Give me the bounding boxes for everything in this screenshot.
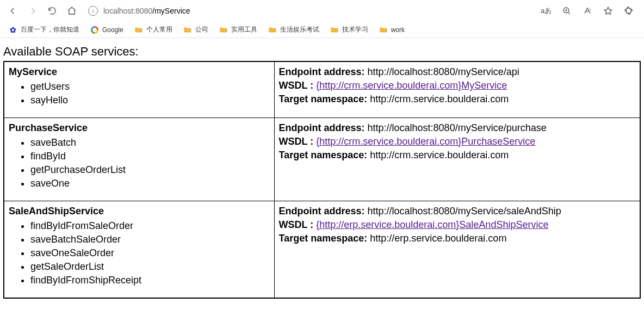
service-name: MyService (9, 66, 57, 77)
extensions-button[interactable] (620, 2, 637, 20)
service-name: PurchaseService (9, 122, 88, 133)
nav-forward-button (24, 2, 41, 20)
nav-refresh-button[interactable] (44, 2, 61, 20)
bookmark-folder-company[interactable]: 公司 (179, 24, 213, 35)
operation-item: sayHello (30, 94, 270, 107)
service-cell: MyServicegetUserssayHello (4, 61, 274, 117)
services-table: MyServicegetUserssayHelloEndpoint addres… (3, 61, 641, 299)
folder-icon (268, 26, 277, 34)
service-info-cell: Endpoint address: http://localhost:8080/… (274, 201, 640, 298)
service-cell: PurchaseServicesaveBatchfindByIdgetPurch… (4, 117, 274, 201)
page-title: Available SOAP services: (3, 45, 641, 59)
operation-item: findByIdFromSaleOrder (30, 219, 270, 233)
folder-icon (134, 26, 143, 34)
url-text: localhost:8080/myService (103, 7, 190, 15)
folder-icon (379, 26, 388, 34)
endpoint-value: http://localhost:8080/myService/api (368, 66, 519, 77)
google-icon (90, 26, 99, 34)
endpoint-line: Endpoint address: http://localhost:8080/… (279, 205, 636, 218)
operation-item: saveOne (30, 177, 270, 190)
folder-icon (183, 26, 192, 34)
baidu-icon: ✿ (9, 26, 17, 34)
bookmark-folder-personal[interactable]: 个人常用 (130, 24, 177, 35)
bookmark-label: 公司 (195, 25, 208, 34)
folder-icon (330, 26, 339, 34)
favorites-button[interactable] (599, 2, 617, 20)
operation-item: findById (30, 150, 270, 163)
read-aloud-button[interactable] (579, 2, 596, 20)
operation-item: getUsers (30, 80, 270, 94)
bookmark-folder-work[interactable]: work (375, 24, 409, 35)
bookmark-label: 百度一下，你就知道 (21, 25, 79, 34)
wsdl-link[interactable]: {http://crm.service.boulderai.com}MyServ… (316, 80, 507, 91)
bookmark-label: 技术学习 (342, 25, 368, 34)
browser-toolbar: i localhost:8080/myService aあ (0, 0, 644, 22)
nav-home-button[interactable] (63, 2, 81, 20)
operations-list: findByIdFromSaleOrdersaveBatchSaleOrders… (9, 219, 270, 288)
bookmark-folder-life[interactable]: 生活娱乐考试 (264, 24, 324, 35)
bookmark-baidu[interactable]: ✿ 百度一下，你就知道 (4, 24, 84, 35)
tns-value: http://crm.service.boulderai.com (370, 94, 509, 104)
operation-item: saveBatchSaleOrder (30, 233, 270, 246)
bookmark-folder-tools[interactable]: 实用工具 (215, 24, 262, 35)
operation-item: saveOneSaleOrder (30, 246, 270, 260)
bookmark-label: work (391, 26, 405, 34)
operation-item: findByIdFromShipReceipt (30, 274, 270, 287)
service-row: MyServicegetUserssayHelloEndpoint addres… (4, 61, 640, 117)
url-bar[interactable]: i localhost:8080/myService (83, 3, 535, 19)
wsdl-link[interactable]: {http://crm.service.boulderai.com}Purcha… (316, 136, 535, 147)
operations-list: saveBatchfindByIdgetPurchaseOrderListsav… (9, 136, 270, 191)
reading-mode-button[interactable]: aあ (537, 2, 555, 20)
wsdl-link[interactable]: {http://erp.service.boulderai.com}SaleAn… (316, 219, 548, 230)
endpoint-value: http://localhost:8080/myService/purchase (368, 122, 547, 133)
endpoint-line: Endpoint address: http://localhost:8080/… (279, 121, 636, 135)
bookmarks-bar: ✿ 百度一下，你就知道 Google 个人常用 公司 实用工具 生活娱乐考试 技… (0, 22, 644, 38)
tns-line: Target namespace: http://crm.service.bou… (279, 148, 636, 162)
site-info-icon[interactable]: i (88, 6, 98, 16)
nav-back-button[interactable] (4, 2, 22, 20)
tns-value: http://crm.service.boulderai.com (370, 150, 509, 160)
operation-item: getSaleOrderList (30, 260, 270, 274)
tns-line: Target namespace: http://erp.service.bou… (279, 232, 636, 245)
zoom-button[interactable] (558, 2, 575, 20)
bookmark-label: 实用工具 (231, 25, 257, 34)
service-row: SaleAndShipServicefindByIdFromSaleOrders… (4, 201, 640, 298)
service-row: PurchaseServicesaveBatchfindByIdgetPurch… (4, 117, 640, 201)
toolbar-right: aあ (537, 2, 640, 20)
service-cell: SaleAndShipServicefindByIdFromSaleOrders… (4, 201, 274, 298)
folder-icon (219, 26, 228, 34)
service-name: SaleAndShipService (9, 206, 104, 216)
operation-item: getPurchaseOrderList (30, 163, 270, 177)
service-info-cell: Endpoint address: http://localhost:8080/… (274, 117, 640, 201)
service-info-cell: Endpoint address: http://localhost:8080/… (274, 61, 640, 117)
tns-value: http://erp.service.boulderai.com (370, 233, 506, 244)
bookmark-google[interactable]: Google (86, 24, 128, 35)
bookmark-label: 生活娱乐考试 (280, 25, 319, 34)
bookmark-folder-tech[interactable]: 技术学习 (326, 24, 373, 35)
wsdl-line: WSDL : {http://crm.service.boulderai.com… (279, 79, 636, 92)
endpoint-line: Endpoint address: http://localhost:8080/… (279, 65, 636, 79)
bookmark-label: 个人常用 (146, 25, 172, 34)
operations-list: getUserssayHello (9, 80, 270, 107)
page-content: Available SOAP services: MyServicegetUse… (0, 38, 644, 304)
wsdl-line: WSDL : {http://erp.service.boulderai.com… (279, 218, 636, 232)
operation-item: saveBatch (30, 136, 270, 150)
endpoint-value: http://localhost:8080/myService/saleAndS… (368, 206, 561, 216)
tns-line: Target namespace: http://crm.service.bou… (279, 92, 636, 106)
bookmark-label: Google (102, 26, 123, 34)
wsdl-line: WSDL : {http://crm.service.boulderai.com… (279, 135, 636, 148)
